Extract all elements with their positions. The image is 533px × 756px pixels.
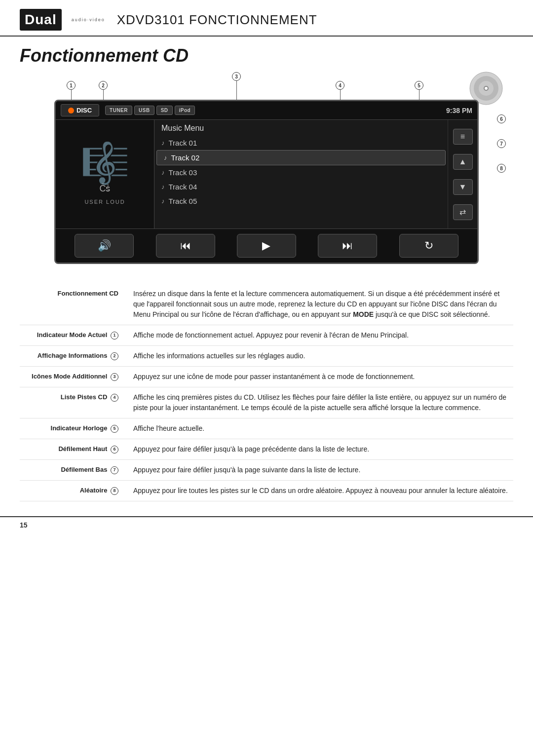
mode-sd[interactable]: SD: [156, 106, 173, 115]
page-number: 15: [20, 521, 28, 529]
logo: Dual: [20, 9, 62, 31]
callout-num-2: 2: [111, 352, 118, 360]
callout-3: 3: [232, 72, 241, 100]
callout-1: 1: [67, 81, 76, 100]
shuffle-button[interactable]: ⇄: [453, 204, 473, 220]
mode-bold: MODE: [353, 310, 374, 318]
model-label: XDVD3101: [117, 12, 185, 27]
album-art: 🎼 Ċṡ USER LOUD: [56, 120, 154, 228]
track-item-2[interactable]: ♪ Track 02: [156, 150, 446, 165]
desc-text-5: Affiche l'heure actuelle.: [128, 418, 513, 439]
track-label-3: Track 03: [169, 168, 197, 177]
callout-6: 6: [497, 114, 506, 123]
track-item-1[interactable]: ♪ Track 01: [154, 136, 448, 150]
track-label-5: Track 05: [169, 197, 197, 205]
device-top-bar: DISC TUNER USB SD iPod 9:38 PM: [56, 101, 477, 120]
callout-row-top: 1 2 3 4 5: [54, 71, 479, 100]
track-label-1: Track 01: [169, 139, 197, 147]
page-title: Fonctionnement CD: [0, 37, 533, 71]
track-item-4[interactable]: ♪ Track 04: [154, 180, 448, 194]
label-text-1: Indicateur Mode Actuel: [37, 331, 108, 339]
label-text-5: Indicateur Horloge: [51, 424, 108, 432]
desc-text-6: Appuyez pour faire défiler jusqu'à la pa…: [128, 439, 513, 460]
header-title: XDVD3101 FONCTIONNEMENT: [117, 12, 317, 28]
desc-label-4: Liste Pistes CD 4: [20, 387, 128, 418]
device-main: 🎼 Ċṡ USER LOUD Music Menu ♪ Track 01 ♪ T…: [56, 120, 477, 228]
desc-row-6: Défilement Haut 6 Appuyez pour faire déf…: [20, 439, 513, 460]
callout-num-3: 3: [111, 373, 118, 381]
desc-row-3: Icônes Mode Additionnel 3 Appuyez sur un…: [20, 367, 513, 387]
track-note-3: ♪: [161, 169, 165, 176]
scroll-down-button[interactable]: ▼: [453, 179, 473, 195]
desc-row-1: Indicateur Mode Actuel 1 Affiche mode de…: [20, 325, 513, 346]
desc-row-7: Défilement Bas 7 Appuyez pour faire défi…: [20, 460, 513, 481]
footer: 15: [0, 516, 533, 533]
svg-point-4: [485, 87, 488, 90]
desc-label-5: Indicateur Horloge 5: [20, 418, 128, 439]
label-text-7: Défilement Bas: [61, 466, 107, 473]
music-menu-header: Music Menu: [154, 120, 448, 136]
desc-text-3: Appuyez sur une icône de mode pour passe…: [128, 367, 513, 387]
label-text-2: Affichage Informations: [38, 352, 108, 359]
disc-indicator[interactable]: DISC: [61, 104, 99, 116]
list-view-button[interactable]: ≡: [453, 129, 473, 145]
callout-num-1: 1: [111, 332, 118, 340]
callout-2: 2: [99, 81, 108, 100]
mode-tuner[interactable]: TUNER: [105, 106, 132, 115]
cs-icon: Ċṡ: [100, 183, 111, 194]
desc-text-7: Appuyez pour faire défiler jusqu'à la pa…: [128, 460, 513, 481]
repeat-button[interactable]: ↻: [399, 234, 458, 258]
content-area: Fonctionnement CD Insérez un disque dans…: [0, 274, 533, 516]
callout-num-7: 7: [111, 466, 118, 474]
track-list-area: Music Menu ♪ Track 01 ♪ Track 02 ♪ Track…: [154, 120, 448, 228]
desc-row-8: Aléatoire 8 Appuyez pour lire toutes les…: [20, 481, 513, 501]
track-label-4: Track 04: [169, 183, 197, 191]
volume-button[interactable]: 🔊: [75, 234, 134, 258]
track-item-5[interactable]: ♪ Track 05: [154, 194, 448, 208]
track-note-2: ♪: [164, 154, 167, 161]
device-bottom-controls: 🔊 ⏮ ▶ ⏭ ↻: [56, 228, 477, 263]
track-label-2: Track 02: [171, 153, 200, 162]
device-wrapper: 6 7 8 DISC TUNER USB SD iPod 9:38 PM: [54, 100, 479, 264]
desc-label-8: Aléatoire 8: [20, 481, 128, 501]
callout-num-5: 5: [111, 425, 118, 433]
desc-row-5: Indicateur Horloge 5 Affiche l'heure act…: [20, 418, 513, 439]
label-text-6: Défilement Haut: [58, 445, 107, 453]
desc-text-8: Appuyez pour lire toutes les pistes sur …: [128, 481, 513, 501]
desc-label-1: Indicateur Mode Actuel 1: [20, 325, 128, 346]
mode-usb[interactable]: USB: [134, 106, 154, 115]
label-text-4: Liste Pistes CD: [61, 393, 108, 401]
next-button[interactable]: ⏭: [318, 234, 377, 258]
desc-text-1: Affiche mode de fonctionnement actuel. A…: [128, 325, 513, 346]
callout-7: 7: [497, 139, 506, 148]
desc-row-0: Fonctionnement CD Insérez un disque dans…: [20, 284, 513, 325]
desc-row-2: Affichage Informations 2 Affiche les inf…: [20, 346, 513, 367]
callout-4: 4: [336, 81, 344, 100]
label-text-0: Fonctionnement CD: [58, 290, 119, 297]
header: Dual audio·video XDVD3101 FONCTIONNEMENT: [0, 0, 533, 37]
prev-button[interactable]: ⏮: [156, 234, 215, 258]
callout-num-6: 6: [111, 446, 118, 454]
desc-label-0: Fonctionnement CD: [20, 284, 128, 325]
callout-5: 5: [415, 81, 423, 100]
mode-icons-group: TUNER USB SD iPod: [105, 106, 195, 115]
track-item-3[interactable]: ♪ Track 03: [154, 165, 448, 180]
disc-dot: [68, 108, 74, 113]
mode-ipod[interactable]: iPod: [175, 106, 195, 115]
desc-row-4: Liste Pistes CD 4 Affiche les cinq premi…: [20, 387, 513, 418]
play-button[interactable]: ▶: [237, 234, 296, 258]
desc-text-4: Affiche les cinq premières pistes du CD.…: [128, 387, 513, 418]
track-note-4: ♪: [161, 183, 165, 190]
desc-label-2: Affichage Informations 2: [20, 346, 128, 367]
desc-label-6: Défilement Haut 6: [20, 439, 128, 460]
user-loud-label: USER LOUD: [84, 199, 125, 205]
track-note-1: ♪: [161, 139, 165, 147]
descriptions-table: Fonctionnement CD Insérez un disque dans…: [20, 284, 513, 501]
callout-num-4: 4: [111, 394, 118, 402]
desc-text-0: Insérez un disque dans la fente et la le…: [128, 284, 513, 325]
disc-label: DISC: [76, 107, 92, 114]
desc-label-3: Icônes Mode Additionnel 3: [20, 367, 128, 387]
callout-8: 8: [497, 164, 506, 173]
scroll-up-button[interactable]: ▲: [453, 154, 473, 170]
device-time: 9:38 PM: [446, 107, 472, 114]
